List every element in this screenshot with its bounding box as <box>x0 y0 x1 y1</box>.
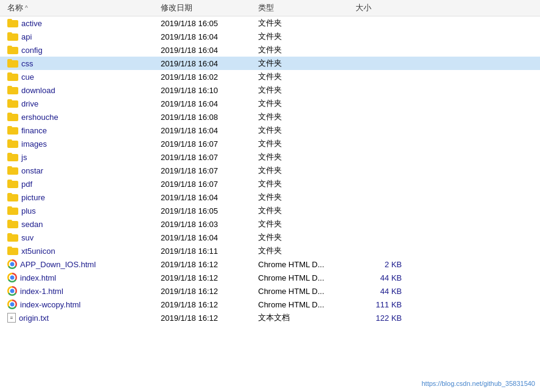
folder-icon <box>7 153 18 161</box>
file-name-cell: origin.txt <box>0 313 158 323</box>
folder-icon <box>7 247 18 255</box>
file-name-cell: js <box>0 153 158 162</box>
table-row[interactable]: index.html2019/1/18 16:12Chrome HTML D..… <box>0 271 540 284</box>
file-type: 文件夹 <box>256 98 353 109</box>
watermark: https://blog.csdn.net/github_35831540 <box>421 380 535 387</box>
file-date: 2019/1/18 16:12 <box>158 287 256 296</box>
file-type: 文件夹 <box>256 125 353 136</box>
col-header-date[interactable]: 修改日期 <box>158 2 256 13</box>
file-name-cell: cue <box>0 72 158 82</box>
table-row[interactable]: css2019/1/18 16:04文件夹 <box>0 57 540 70</box>
file-name-label: pdf <box>21 180 32 189</box>
folder-icon <box>7 32 18 41</box>
file-date: 2019/1/18 16:12 <box>158 313 256 323</box>
file-type: 文件夹 <box>256 219 353 229</box>
table-row[interactable]: picture2019/1/18 16:04文件夹 <box>0 191 540 204</box>
folder-icon <box>7 46 18 54</box>
table-row[interactable]: api2019/1/18 16:04文件夹 <box>0 30 540 43</box>
file-name-cell: suv <box>0 233 158 242</box>
table-row[interactable]: xt5unicon2019/1/18 16:11文件夹 <box>0 244 540 257</box>
col-header-name[interactable]: 名称 ^ <box>0 2 158 13</box>
table-row[interactable]: origin.txt2019/1/18 16:12文本文档122 KB <box>0 311 540 324</box>
txt-icon <box>7 313 16 323</box>
file-size: 122 KB <box>353 313 414 323</box>
file-name-cell: config <box>0 46 158 55</box>
file-name-cell: APP_Down_IOS.html <box>0 259 158 269</box>
table-row[interactable]: index-wcopy.html2019/1/18 16:12Chrome HT… <box>0 298 540 311</box>
folder-icon <box>7 180 18 188</box>
file-name-label: index-1.html <box>20 287 63 296</box>
file-list: active2019/1/18 16:05文件夹api2019/1/18 16:… <box>0 16 540 324</box>
file-name-cell: download <box>0 86 158 95</box>
file-size: 44 KB <box>353 287 414 296</box>
table-row[interactable]: ershouche2019/1/18 16:08文件夹 <box>0 110 540 124</box>
file-name-label: origin.txt <box>19 313 49 323</box>
col-header-type[interactable]: 类型 <box>256 2 353 13</box>
table-row[interactable]: onstar2019/1/18 16:07文件夹 <box>0 164 540 177</box>
table-row[interactable]: finance2019/1/18 16:04文件夹 <box>0 124 540 137</box>
file-name-label: download <box>21 86 55 95</box>
chrome-icon <box>7 286 17 296</box>
file-date: 2019/1/18 16:12 <box>158 273 256 282</box>
table-row[interactable]: js2019/1/18 16:07文件夹 <box>0 150 540 164</box>
table-row[interactable]: drive2019/1/18 16:04文件夹 <box>0 97 540 110</box>
folder-icon <box>7 139 18 148</box>
file-date: 2019/1/18 16:07 <box>158 166 256 175</box>
table-row[interactable]: cue2019/1/18 16:02文件夹 <box>0 70 540 83</box>
table-row[interactable]: APP_Down_IOS.html2019/1/18 16:12Chrome H… <box>0 257 540 271</box>
file-name-cell: drive <box>0 99 158 108</box>
sort-arrow-name: ^ <box>25 5 28 12</box>
file-name-cell: pdf <box>0 180 158 189</box>
file-date: 2019/1/18 16:04 <box>158 59 256 68</box>
folder-icon <box>7 220 18 228</box>
file-name-cell: images <box>0 139 158 149</box>
table-row[interactable]: plus2019/1/18 16:05文件夹 <box>0 204 540 217</box>
folder-icon <box>7 166 18 175</box>
file-name-cell: onstar <box>0 166 158 175</box>
table-row[interactable]: images2019/1/18 16:07文件夹 <box>0 137 540 150</box>
file-name-label: active <box>21 19 42 28</box>
file-name-label: xt5unicon <box>21 247 55 256</box>
file-type: Chrome HTML D... <box>256 300 353 309</box>
table-row[interactable]: index-1.html2019/1/18 16:12Chrome HTML D… <box>0 284 540 298</box>
file-explorer: 名称 ^ 修改日期 类型 大小 active2019/1/18 16:05文件夹… <box>0 0 540 392</box>
file-type: 文件夹 <box>256 31 353 42</box>
file-name-label: config <box>21 46 43 55</box>
file-type: 文件夹 <box>256 71 353 82</box>
folder-icon <box>7 99 18 108</box>
table-row[interactable]: active2019/1/18 16:05文件夹 <box>0 16 540 30</box>
file-name-cell: css <box>0 59 158 68</box>
file-name-label: sedan <box>21 220 43 229</box>
file-date: 2019/1/18 16:07 <box>158 139 256 149</box>
file-name-cell: xt5unicon <box>0 247 158 256</box>
file-name-cell: ershouche <box>0 113 158 122</box>
file-type: Chrome HTML D... <box>256 273 353 282</box>
table-row[interactable]: download2019/1/18 16:10文件夹 <box>0 83 540 97</box>
table-row[interactable]: sedan2019/1/18 16:03文件夹 <box>0 217 540 231</box>
file-type: 文件夹 <box>256 178 353 189</box>
file-date: 2019/1/18 16:05 <box>158 206 256 215</box>
folder-icon <box>7 86 18 94</box>
folder-icon <box>7 193 18 201</box>
file-name-cell: api <box>0 32 158 41</box>
file-date: 2019/1/18 16:04 <box>158 46 256 55</box>
chrome-icon <box>7 259 17 269</box>
file-name-label: finance <box>21 126 47 135</box>
folder-icon <box>7 19 18 27</box>
column-headers: 名称 ^ 修改日期 类型 大小 <box>0 0 540 16</box>
table-row[interactable]: config2019/1/18 16:04文件夹 <box>0 43 540 57</box>
file-type: Chrome HTML D... <box>256 260 353 269</box>
file-type: 文件夹 <box>256 111 353 122</box>
file-type: 文件夹 <box>256 232 353 243</box>
file-name-cell: index.html <box>0 273 158 282</box>
file-name-cell: finance <box>0 126 158 135</box>
file-name-label: onstar <box>21 166 43 175</box>
folder-icon <box>7 233 18 242</box>
col-header-size[interactable]: 大小 <box>353 2 414 13</box>
table-row[interactable]: pdf2019/1/18 16:07文件夹 <box>0 177 540 191</box>
file-name-cell: active <box>0 19 158 28</box>
file-date: 2019/1/18 16:12 <box>158 300 256 309</box>
folder-icon <box>7 126 18 135</box>
table-row[interactable]: suv2019/1/18 16:04文件夹 <box>0 231 540 244</box>
chrome-icon <box>7 273 17 282</box>
